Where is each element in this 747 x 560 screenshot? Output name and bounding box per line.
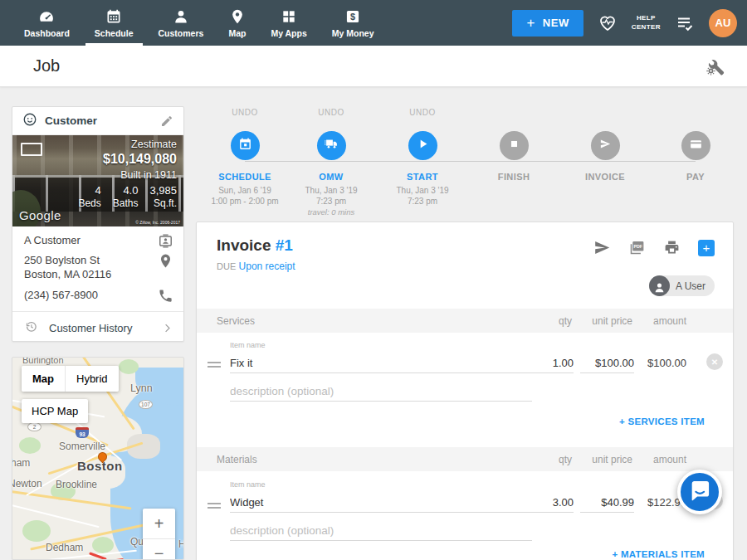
customer-history-row[interactable]: Customer History: [12, 314, 183, 342]
map-type-hybrid-button[interactable]: Hybrid: [65, 366, 119, 392]
heart-pulse-icon[interactable]: [598, 13, 618, 33]
svg-text:$: $: [350, 12, 355, 22]
nav-my-apps[interactable]: My Apps: [268, 0, 309, 46]
credit-card-icon: [689, 137, 703, 154]
job-settings-icon[interactable]: [706, 56, 725, 76]
play-icon: [416, 137, 430, 154]
services-item-name-input[interactable]: [230, 355, 532, 373]
undo-start-button[interactable]: UNDO: [377, 108, 468, 119]
location-pin-icon[interactable]: [158, 253, 173, 281]
step-label-pay: PAY: [650, 172, 741, 182]
map-label-ham: ham: [12, 457, 30, 469]
customer-face-icon: [22, 112, 37, 130]
nav-schedule[interactable]: Schedule: [92, 0, 136, 46]
materials-col-unit-price: unit price: [592, 454, 632, 465]
services-description-input[interactable]: [230, 383, 532, 402]
invoice-title-text: Invoice: [217, 236, 271, 254]
zoom-out-button[interactable]: −: [143, 538, 175, 560]
services-item-drag-handle[interactable]: [208, 362, 221, 370]
route-shield-2: 2: [27, 422, 42, 431]
invoice-add-button[interactable]: +: [698, 240, 715, 256]
phone-icon[interactable]: [158, 288, 173, 304]
services-remove-icon[interactable]: ✕: [706, 353, 723, 370]
hcp-map-button[interactable]: HCP Map: [22, 399, 88, 423]
list-check-icon[interactable]: [675, 13, 695, 33]
customer-phone: (234) 567-8900: [24, 288, 98, 304]
materials-section-header: Materials qty unit price amount: [197, 447, 733, 471]
job-progress-steps: UNDO SCHEDULE Sun, Jan 6 '191:00 pm - 2:…: [199, 108, 744, 217]
invoice-card: Invoice #1 DUE Upon receipt PDF + A User…: [196, 222, 734, 560]
materials-item-name-input[interactable]: [230, 494, 532, 513]
materials-description-input[interactable]: [230, 523, 532, 541]
chat-icon: [688, 479, 711, 505]
invoice-number[interactable]: #1: [276, 236, 293, 254]
add-services-item-link[interactable]: + SERVICES ITEM: [619, 416, 705, 426]
step-pay: PAY: [650, 108, 741, 182]
map-park-5: [92, 537, 114, 553]
map-type-map-button[interactable]: Map: [22, 366, 65, 392]
services-section-title: Services: [217, 315, 255, 327]
user-avatar[interactable]: AU: [709, 9, 737, 37]
new-button[interactable]: + NEW: [512, 10, 583, 37]
invoice-actions: PDF +: [593, 239, 715, 256]
route-shield-107: 107: [139, 400, 153, 409]
property-photo[interactable]: Zestimate $10,149,080 Built in 1911 4Bed…: [12, 135, 183, 226]
nav-map[interactable]: Map: [226, 0, 248, 46]
customer-history-label: Customer History: [49, 322, 132, 334]
chevron-right-icon: [161, 322, 173, 334]
customer-card: Customer Zestimate $10,149,080 Built in …: [12, 106, 184, 342]
customer-card-header: Customer: [12, 107, 183, 135]
start-step-button[interactable]: [408, 131, 437, 160]
omw-travel-time: travel: 0 mins: [286, 207, 377, 217]
invoice-step-button[interactable]: [591, 131, 620, 160]
customer-name-row: A Customer: [24, 233, 173, 249]
undo-schedule-button[interactable]: UNDO: [199, 108, 290, 119]
dashboard-icon: [38, 8, 55, 25]
add-materials-item-link[interactable]: + MATERIALS ITEM: [612, 549, 705, 559]
zestimate-value: $10,149,080: [78, 152, 177, 167]
map-label-lynn: Lynn: [130, 382, 153, 394]
step-label-start: START: [377, 172, 468, 182]
nav-dashboard[interactable]: Dashboard: [22, 0, 72, 46]
help-center-link[interactable]: HELP CENTER: [632, 14, 661, 32]
undo-omw-button[interactable]: UNDO: [286, 108, 377, 119]
nav-schedule-label: Schedule: [95, 28, 134, 38]
avatar-initials: AU: [715, 17, 731, 29]
materials-section-title: Materials: [217, 454, 257, 465]
customer-card-divider: [12, 311, 183, 312]
map-label-burlington: Burlington: [22, 358, 64, 365]
services-qty-input[interactable]: [527, 355, 574, 373]
materials-unit-price-input[interactable]: [580, 494, 634, 513]
edit-pencil-icon[interactable]: [160, 114, 173, 128]
materials-col-qty: qty: [559, 454, 572, 465]
pay-step-button[interactable]: [681, 131, 710, 160]
print-icon[interactable]: [663, 239, 681, 256]
finish-step-button[interactable]: [500, 131, 529, 160]
send-icon[interactable]: [593, 239, 611, 256]
pdf-icon[interactable]: PDF: [628, 239, 646, 256]
schedule-step-button[interactable]: [231, 131, 260, 160]
chat-launcher-button[interactable]: [677, 470, 722, 514]
map-card: Burlington Lynn Somerville Boston ham Ne…: [12, 357, 184, 560]
navbar-right: + NEW HELP CENTER AU: [512, 0, 737, 46]
step-omw: UNDO OMW Thu, Jan 3 '197:23 pm travel: 0…: [286, 108, 377, 217]
address-line1: 250 Boylston St: [24, 253, 111, 267]
materials-qty-input[interactable]: [527, 494, 574, 513]
map-park-4: [119, 359, 139, 374]
materials-item-drag-handle[interactable]: [208, 503, 221, 511]
assignee-chip[interactable]: A User: [649, 275, 715, 296]
nav-customers[interactable]: Customers: [156, 0, 207, 46]
help-center-line2: CENTER: [632, 23, 661, 32]
services-unit-price-input[interactable]: [580, 355, 634, 373]
omw-step-button[interactable]: [317, 131, 346, 160]
contact-card-icon[interactable]: [158, 233, 173, 249]
nav-my-money[interactable]: $ My Money: [330, 0, 377, 46]
plus-icon: +: [526, 15, 535, 32]
due-value-link[interactable]: Upon receipt: [239, 261, 295, 272]
invoice-due: DUE Upon receipt: [217, 261, 295, 272]
step-start: UNDO START Thu, Jan 3 '197:23 pm: [377, 108, 468, 207]
history-icon: [24, 319, 38, 337]
map-zoom-control: + −: [143, 509, 175, 560]
zoom-in-button[interactable]: +: [143, 509, 175, 538]
map-park-1: [19, 437, 41, 454]
